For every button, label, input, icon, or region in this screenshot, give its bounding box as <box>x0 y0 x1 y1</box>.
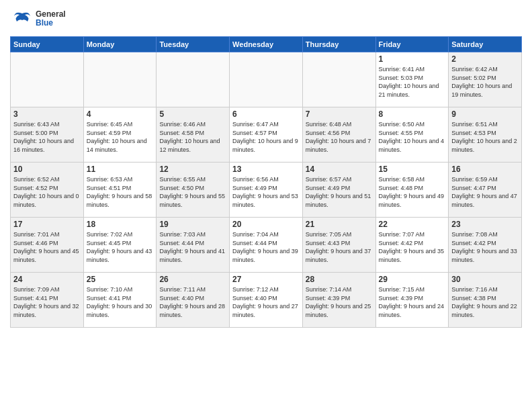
day-number: 25 <box>87 275 154 284</box>
day-info: Sunrise: 6:43 AM Sunset: 5:00 PM Dayligh… <box>13 120 81 154</box>
day-number: 13 <box>232 165 300 174</box>
calendar-day-cell: 6Sunrise: 6:47 AM Sunset: 4:57 PM Daylig… <box>230 107 303 163</box>
weekday-header: Sunday <box>11 37 84 52</box>
day-info: Sunrise: 7:05 AM Sunset: 4:43 PM Dayligh… <box>306 230 373 264</box>
weekday-header: Saturday <box>449 37 522 52</box>
calendar-week-row: 10Sunrise: 6:52 AM Sunset: 4:52 PM Dayli… <box>11 163 522 218</box>
day-info: Sunrise: 7:14 AM Sunset: 4:39 PM Dayligh… <box>306 285 373 319</box>
day-info: Sunrise: 7:11 AM Sunset: 4:40 PM Dayligh… <box>159 285 226 319</box>
logo: General Blue <box>10 7 66 31</box>
calendar-day-cell: 2Sunrise: 6:42 AM Sunset: 5:02 PM Daylig… <box>449 52 522 107</box>
calendar-day-cell <box>302 52 375 107</box>
calendar-day-cell: 14Sunrise: 6:57 AM Sunset: 4:49 PM Dayli… <box>302 163 375 218</box>
day-number: 18 <box>87 220 154 229</box>
day-number: 1 <box>379 54 446 64</box>
day-info: Sunrise: 6:56 AM Sunset: 4:49 PM Dayligh… <box>232 175 300 209</box>
day-info: Sunrise: 7:08 AM Sunset: 4:42 PM Dayligh… <box>451 230 519 264</box>
calendar-day-cell: 8Sunrise: 6:50 AM Sunset: 4:55 PM Daylig… <box>375 107 449 163</box>
day-info: Sunrise: 7:16 AM Sunset: 4:38 PM Dayligh… <box>451 285 519 319</box>
page-header: General Blue <box>10 7 522 31</box>
day-info: Sunrise: 7:15 AM Sunset: 4:39 PM Dayligh… <box>379 285 446 319</box>
calendar-day-cell: 5Sunrise: 6:46 AM Sunset: 4:58 PM Daylig… <box>157 107 230 163</box>
calendar-day-cell: 18Sunrise: 7:02 AM Sunset: 4:45 PM Dayli… <box>83 218 157 273</box>
day-number: 20 <box>232 220 300 229</box>
weekday-header: Friday <box>375 37 449 52</box>
calendar-day-cell: 16Sunrise: 6:59 AM Sunset: 4:47 PM Dayli… <box>449 163 522 218</box>
calendar-day-cell: 22Sunrise: 7:07 AM Sunset: 4:42 PM Dayli… <box>375 218 449 273</box>
day-number: 4 <box>87 109 154 119</box>
day-info: Sunrise: 7:07 AM Sunset: 4:42 PM Dayligh… <box>379 230 446 264</box>
weekday-header: Tuesday <box>157 37 230 52</box>
calendar-page: General Blue SundayMondayTuesdayWednesda… <box>0 0 532 411</box>
calendar-day-cell: 9Sunrise: 6:51 AM Sunset: 4:53 PM Daylig… <box>449 107 522 163</box>
day-info: Sunrise: 6:41 AM Sunset: 5:03 PM Dayligh… <box>379 65 446 99</box>
day-info: Sunrise: 6:52 AM Sunset: 4:52 PM Dayligh… <box>13 175 81 209</box>
weekday-header-row: SundayMondayTuesdayWednesdayThursdayFrid… <box>11 37 522 52</box>
calendar-day-cell: 15Sunrise: 6:58 AM Sunset: 4:48 PM Dayli… <box>375 163 449 218</box>
day-info: Sunrise: 6:47 AM Sunset: 4:57 PM Dayligh… <box>232 120 300 154</box>
calendar-week-row: 1Sunrise: 6:41 AM Sunset: 5:03 PM Daylig… <box>11 52 522 107</box>
day-info: Sunrise: 6:57 AM Sunset: 4:49 PM Dayligh… <box>306 175 373 209</box>
day-info: Sunrise: 7:01 AM Sunset: 4:46 PM Dayligh… <box>13 230 81 264</box>
day-info: Sunrise: 6:51 AM Sunset: 4:53 PM Dayligh… <box>451 120 519 154</box>
calendar-day-cell: 30Sunrise: 7:16 AM Sunset: 4:38 PM Dayli… <box>449 273 522 328</box>
logo-text-blue: Blue <box>36 19 66 28</box>
day-info: Sunrise: 6:55 AM Sunset: 4:50 PM Dayligh… <box>159 175 226 209</box>
day-number: 27 <box>232 275 300 284</box>
day-number: 22 <box>379 220 446 229</box>
weekday-header: Wednesday <box>230 37 303 52</box>
day-number: 24 <box>13 275 81 284</box>
calendar-day-cell: 26Sunrise: 7:11 AM Sunset: 4:40 PM Dayli… <box>157 273 230 328</box>
calendar-day-cell <box>83 52 157 107</box>
day-number: 11 <box>87 165 154 174</box>
day-number: 26 <box>159 275 226 284</box>
calendar-day-cell: 28Sunrise: 7:14 AM Sunset: 4:39 PM Dayli… <box>302 273 375 328</box>
calendar-day-cell: 24Sunrise: 7:09 AM Sunset: 4:41 PM Dayli… <box>11 273 84 328</box>
day-info: Sunrise: 6:58 AM Sunset: 4:48 PM Dayligh… <box>379 175 446 209</box>
logo-bird-icon <box>10 7 34 31</box>
calendar-day-cell: 4Sunrise: 6:45 AM Sunset: 4:59 PM Daylig… <box>83 107 157 163</box>
day-info: Sunrise: 7:02 AM Sunset: 4:45 PM Dayligh… <box>87 230 154 264</box>
calendar-week-row: 3Sunrise: 6:43 AM Sunset: 5:00 PM Daylig… <box>11 107 522 163</box>
calendar-day-cell: 7Sunrise: 6:48 AM Sunset: 4:56 PM Daylig… <box>302 107 375 163</box>
calendar-day-cell <box>230 52 303 107</box>
calendar-day-cell: 12Sunrise: 6:55 AM Sunset: 4:50 PM Dayli… <box>157 163 230 218</box>
weekday-header: Monday <box>83 37 157 52</box>
day-number: 8 <box>379 109 446 119</box>
calendar-day-cell: 27Sunrise: 7:12 AM Sunset: 4:40 PM Dayli… <box>230 273 303 328</box>
day-number: 5 <box>159 109 226 119</box>
day-number: 12 <box>159 165 226 174</box>
calendar-day-cell: 29Sunrise: 7:15 AM Sunset: 4:39 PM Dayli… <box>375 273 449 328</box>
weekday-header: Thursday <box>302 37 375 52</box>
calendar-day-cell <box>157 52 230 107</box>
calendar-week-row: 24Sunrise: 7:09 AM Sunset: 4:41 PM Dayli… <box>11 273 522 328</box>
day-number: 29 <box>379 275 446 284</box>
day-number: 30 <box>451 275 519 284</box>
day-info: Sunrise: 6:46 AM Sunset: 4:58 PM Dayligh… <box>159 120 226 154</box>
day-info: Sunrise: 7:09 AM Sunset: 4:41 PM Dayligh… <box>13 285 81 319</box>
calendar-day-cell <box>11 52 84 107</box>
calendar-day-cell: 23Sunrise: 7:08 AM Sunset: 4:42 PM Dayli… <box>449 218 522 273</box>
day-number: 2 <box>451 54 519 64</box>
calendar-week-row: 17Sunrise: 7:01 AM Sunset: 4:46 PM Dayli… <box>11 218 522 273</box>
day-number: 10 <box>13 165 81 174</box>
day-number: 15 <box>379 165 446 174</box>
day-info: Sunrise: 7:04 AM Sunset: 4:44 PM Dayligh… <box>232 230 300 264</box>
calendar-day-cell: 11Sunrise: 6:53 AM Sunset: 4:51 PM Dayli… <box>83 163 157 218</box>
day-number: 16 <box>451 165 519 174</box>
day-number: 14 <box>306 165 373 174</box>
day-number: 6 <box>232 109 300 119</box>
calendar-day-cell: 10Sunrise: 6:52 AM Sunset: 4:52 PM Dayli… <box>11 163 84 218</box>
calendar-day-cell: 21Sunrise: 7:05 AM Sunset: 4:43 PM Dayli… <box>302 218 375 273</box>
logo-container: General Blue <box>10 7 66 31</box>
day-info: Sunrise: 6:50 AM Sunset: 4:55 PM Dayligh… <box>379 120 446 154</box>
calendar-day-cell: 20Sunrise: 7:04 AM Sunset: 4:44 PM Dayli… <box>230 218 303 273</box>
calendar-day-cell: 1Sunrise: 6:41 AM Sunset: 5:03 PM Daylig… <box>375 52 449 107</box>
day-info: Sunrise: 7:03 AM Sunset: 4:44 PM Dayligh… <box>159 230 226 264</box>
day-number: 9 <box>451 109 519 119</box>
calendar-day-cell: 25Sunrise: 7:10 AM Sunset: 4:41 PM Dayli… <box>83 273 157 328</box>
calendar-day-cell: 3Sunrise: 6:43 AM Sunset: 5:00 PM Daylig… <box>11 107 84 163</box>
day-number: 3 <box>13 109 81 119</box>
day-number: 17 <box>13 220 81 229</box>
day-info: Sunrise: 6:48 AM Sunset: 4:56 PM Dayligh… <box>306 120 373 154</box>
